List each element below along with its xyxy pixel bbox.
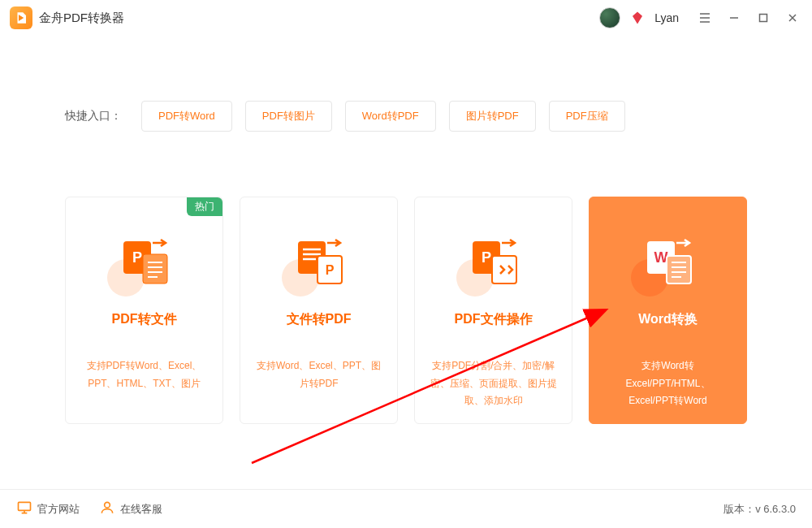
official-website-link[interactable]: 官方网站 (16, 500, 80, 518)
file-to-pdf-icon: P (293, 235, 345, 287)
card-title: PDF文件操作 (455, 311, 533, 328)
version-info: 版本：v 6.6.3.0 (723, 502, 796, 517)
quick-entry-row: 快捷入口： PDF转Word PDF转图片 Word转PDF 图片转PDF PD… (0, 101, 812, 132)
quick-btn-pdf-to-word[interactable]: PDF转Word (141, 101, 232, 132)
feature-cards: 热门 P PDF转文件 支持PDF转Word、Excel、PPT、HTML、TX… (0, 197, 812, 424)
quick-btn-word-to-pdf[interactable]: Word转PDF (345, 101, 436, 132)
card-title: Word转换 (638, 311, 698, 328)
svg-text:W: W (654, 249, 667, 266)
svg-text:P: P (481, 249, 490, 266)
quick-entry-label: 快捷入口： (65, 109, 122, 123)
vip-badge-icon (630, 11, 645, 25)
word-convert-icon: W (642, 235, 694, 287)
card-pdf-to-file[interactable]: 热门 P PDF转文件 支持PDF转Word、Excel、PPT、HTML、TX… (65, 197, 223, 424)
menu-button[interactable] (695, 8, 715, 28)
app-title: 金舟PDF转换器 (39, 11, 124, 26)
app-logo-icon (10, 6, 32, 29)
support-label: 在线客服 (120, 502, 162, 517)
monitor-icon (16, 500, 32, 518)
maximize-button[interactable] (754, 8, 773, 28)
card-title: 文件转PDF (287, 311, 352, 328)
card-desc: 支持PDF分割/合并、加密/解密、压缩、页面提取、图片提取、添加水印 (426, 357, 560, 410)
close-button[interactable] (783, 8, 802, 28)
titlebar: 金舟PDF转换器 Lyan (0, 0, 812, 36)
svg-text:P: P (325, 263, 334, 277)
pdf-operations-icon: P (468, 235, 520, 287)
footer: 官方网站 在线客服 版本：v 6.6.3.0 (0, 489, 812, 528)
svg-rect-3 (143, 254, 167, 283)
svg-rect-0 (760, 15, 767, 22)
card-word-convert[interactable]: W Word转换 支持Word转Excel/PPT/HTML、Excel/PPT… (589, 197, 747, 424)
user-avatar[interactable] (599, 7, 620, 28)
svg-point-15 (105, 502, 110, 508)
user-name[interactable]: Lyan (654, 11, 679, 24)
card-file-to-pdf[interactable]: P 文件转PDF 支持Word、Excel、PPT、图片转PDF (240, 197, 398, 424)
hot-badge: 热门 (187, 197, 222, 216)
card-desc: 支持Word转Excel/PPT/HTML、Excel/PPT转Word (601, 357, 735, 410)
card-pdf-operations[interactable]: P PDF文件操作 支持PDF分割/合并、加密/解密、压缩、页面提取、图片提取、… (414, 197, 572, 424)
quick-btn-pdf-to-image[interactable]: PDF转图片 (245, 101, 332, 132)
website-label: 官方网站 (37, 502, 80, 517)
pdf-to-file-icon: P (119, 235, 171, 287)
svg-text:P: P (132, 249, 141, 266)
online-support-link[interactable]: 在线客服 (99, 500, 162, 518)
svg-rect-14 (19, 502, 31, 510)
card-title: PDF转文件 (112, 311, 177, 328)
card-desc: 支持PDF转Word、Excel、PPT、HTML、TXT、图片 (77, 357, 211, 392)
minimize-button[interactable] (724, 8, 744, 28)
svg-rect-12 (667, 256, 691, 283)
quick-btn-image-to-pdf[interactable]: 图片转PDF (449, 101, 536, 132)
card-desc: 支持Word、Excel、PPT、图片转PDF (252, 357, 386, 392)
quick-btn-pdf-compress[interactable]: PDF压缩 (549, 101, 625, 132)
headset-icon (99, 500, 115, 518)
